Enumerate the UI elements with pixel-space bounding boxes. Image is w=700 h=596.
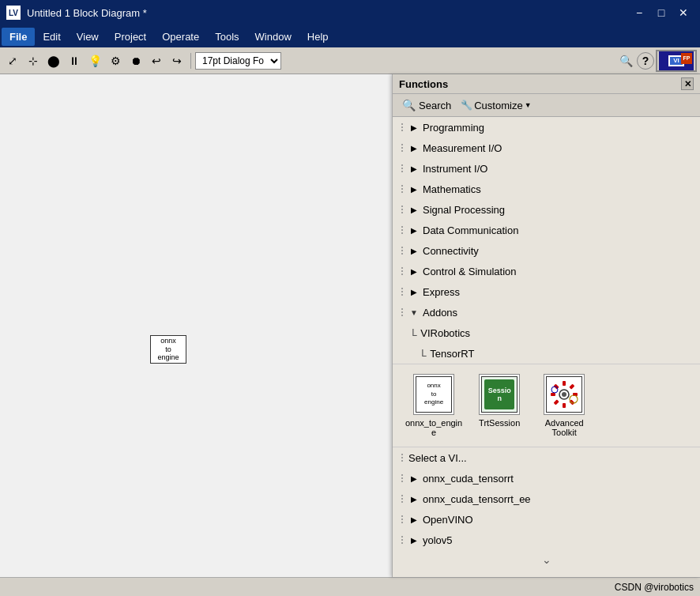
font-dropdown[interactable]: 17pt Dialog Fo	[195, 52, 281, 70]
drag-handle	[399, 263, 405, 279]
svg-rect-2	[563, 381, 566, 386]
panel-header: Functions ✕	[393, 74, 700, 94]
expand-arrow-mathematics: ▶	[408, 183, 420, 194]
expand-arrow-onnx-cuda: ▶	[408, 473, 420, 484]
close-button[interactable]: ✕	[673, 2, 694, 23]
icon-item-onnx-engine[interactable]: onnxtoengine onnx_to_engine	[405, 374, 462, 437]
icon-item-advanced-toolkit[interactable]: AdvancedToolkit	[536, 374, 592, 437]
main-area: onnx to engine Functions ✕ 🔍 Search 🔧 Cu…	[0, 74, 700, 577]
tree-item-addons[interactable]: ▼ Addons	[393, 302, 700, 323]
bottom-item-yolov5[interactable]: ▶ yolov5	[393, 530, 700, 550]
label-onnx-cuda-ee: onnx_cuda_tensorrt_ee	[423, 493, 531, 505]
bottom-item-onnx-cuda-ee[interactable]: ▶ onnx_cuda_tensorrt_ee	[393, 488, 700, 509]
menu-project[interactable]: Project	[107, 28, 154, 46]
menu-tools[interactable]: Tools	[207, 28, 247, 46]
svg-rect-3	[570, 384, 575, 390]
search-icon: 🔍	[402, 99, 416, 111]
label-instrument: Instrument I/O	[423, 163, 487, 175]
drag-handle	[399, 304, 405, 320]
tree-item-signal[interactable]: ▶ Signal Processing	[393, 199, 700, 220]
icon-item-trt-session[interactable]: Session TrtSession	[472, 374, 527, 437]
bulb-tool[interactable]: 💡	[85, 51, 104, 70]
bottom-item-openvino[interactable]: ▶ OpenVINO	[393, 509, 700, 530]
record-tool[interactable]: ⏺	[126, 51, 145, 70]
drag-handle	[399, 202, 405, 217]
customize-label: Customize	[474, 100, 522, 111]
drag-handle	[399, 160, 405, 176]
label-mathematics: Mathematics	[423, 183, 481, 195]
tree-item-tensorrt[interactable]: L TensorRT	[415, 343, 700, 364]
search-button[interactable]: 🔍 Search	[399, 97, 454, 113]
drag-handle	[399, 450, 405, 466]
search-label: Search	[419, 100, 451, 111]
arrow-tool[interactable]: ⤢	[3, 51, 22, 70]
select-tool[interactable]: ⊹	[24, 51, 43, 70]
expand-arrow-data-comm: ▶	[408, 224, 420, 236]
minimize-button[interactable]: −	[629, 2, 649, 23]
label-express: Express	[423, 286, 460, 298]
menu-file[interactable]: File	[2, 28, 35, 46]
menu-window[interactable]: Window	[247, 28, 299, 46]
label-measurement: Measurement I/O	[423, 142, 502, 154]
functions-panel: Functions ✕ 🔍 Search 🔧 Customize ▼ ▶	[392, 74, 700, 577]
toolbar: ⤢ ⊹ ⬤ ⏸ 💡 ⚙ ⏺ ↩ ↪ 17pt Dialog Fo 🔍 ? VI …	[0, 47, 700, 74]
stop-tool[interactable]: ⬤	[44, 51, 63, 70]
maximize-button[interactable]: □	[651, 2, 672, 23]
trt-session-label: TrtSession	[479, 418, 520, 428]
tree-item-measurement[interactable]: ▶ Measurement I/O	[393, 138, 700, 158]
menu-operate[interactable]: Operate	[154, 28, 207, 46]
icon-grid: onnxtoengine onnx_to_engine Session	[393, 364, 700, 447]
label-data-comm: Data Communication	[423, 224, 518, 236]
label-addons: Addons	[423, 307, 457, 319]
tree-container[interactable]: ▶ Programming ▶ Measurement I/O ▶ Instru…	[393, 117, 700, 577]
bottom-item-onnx-cuda[interactable]: ▶ onnx_cuda_tensorrt	[393, 468, 700, 488]
onnx-engine-block[interactable]: onnx to engine	[150, 335, 186, 364]
menu-view[interactable]: View	[69, 28, 107, 46]
label-tensorrt: TensorRT	[430, 348, 474, 360]
panel-close-button[interactable]: ✕	[681, 77, 694, 90]
drag-handle	[399, 243, 405, 258]
search-tool[interactable]: 🔍	[616, 51, 635, 70]
undo-tool[interactable]: ↩	[147, 51, 166, 70]
expand-arrow-express: ▶	[408, 286, 420, 297]
panel-toolbar: 🔍 Search 🔧 Customize ▼	[393, 94, 700, 117]
menu-help[interactable]: Help	[299, 28, 337, 46]
svg-point-10	[551, 387, 558, 393]
customize-button[interactable]: 🔧 Customize ▼	[461, 100, 531, 111]
menubar: File Edit View Project Operate Tools Win…	[0, 25, 700, 47]
expand-arrow-yolov5: ▶	[408, 534, 420, 545]
tree-item-control[interactable]: ▶ Control & Simulation	[393, 261, 700, 281]
svg-rect-6	[563, 403, 566, 408]
drag-handle	[399, 532, 405, 548]
help-tool[interactable]: ?	[637, 52, 654, 70]
scroll-down-button[interactable]: ⌄	[393, 550, 700, 569]
expand-arrow-onnx-cuda-ee: ▶	[408, 493, 420, 504]
onnx-engine-label: onnx_to_engine	[405, 418, 462, 437]
tree-item-instrument[interactable]: ▶ Instrument I/O	[393, 158, 700, 179]
svg-rect-7	[554, 399, 559, 405]
label-signal: Signal Processing	[423, 204, 505, 216]
settings-tool[interactable]: ⚙	[106, 51, 125, 70]
expand-arrow-measurement: ▶	[408, 142, 420, 153]
expand-arrow-connectivity: ▶	[408, 245, 420, 256]
tree-item-virobotics[interactable]: L VIRobotics	[405, 323, 700, 343]
label-programming: Programming	[423, 122, 484, 134]
tree-item-data-comm[interactable]: ▶ Data Communication	[393, 220, 700, 240]
bottom-item-select-vi[interactable]: Select a VI...	[393, 447, 700, 468]
tree-item-express[interactable]: ▶ Express	[393, 281, 700, 302]
label-control: Control & Simulation	[423, 266, 517, 277]
label-yolov5: yolov5	[423, 534, 453, 546]
tree-item-mathematics[interactable]: ▶ Mathematics	[393, 179, 700, 199]
redo-tool[interactable]: ↪	[167, 51, 186, 70]
toolbar-sep-1	[190, 53, 191, 69]
pause-tool[interactable]: ⏸	[65, 51, 84, 70]
expand-arrow-signal: ▶	[408, 204, 420, 215]
tree-item-programming[interactable]: ▶ Programming	[393, 117, 700, 138]
menu-edit[interactable]: Edit	[35, 28, 68, 46]
vi-icon-box: VI FP	[656, 50, 697, 72]
scroll-down-icon: ⌄	[542, 553, 551, 566]
label-virobotics: VIRobotics	[420, 327, 470, 339]
tree-item-connectivity[interactable]: ▶ Connectivity	[393, 240, 700, 261]
drag-handle	[399, 511, 405, 527]
label-connectivity: Connectivity	[423, 245, 479, 257]
